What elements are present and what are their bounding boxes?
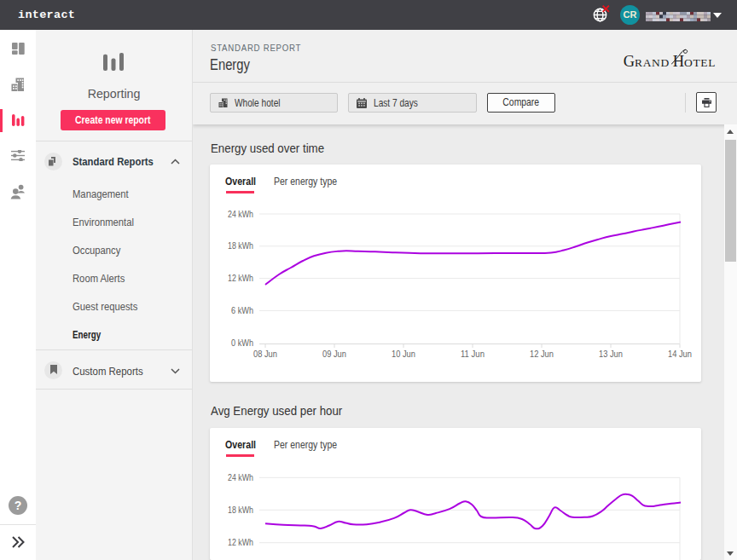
svg-text:08 Jun: 08 Jun <box>253 349 277 359</box>
svg-text:12 kWh: 12 kWh <box>228 273 253 283</box>
svg-text:09 Jun: 09 Jun <box>322 349 346 359</box>
svg-text:12 Jun: 12 Jun <box>530 349 554 359</box>
svg-text:13 Jun: 13 Jun <box>599 349 623 359</box>
svg-text:0 kWh: 0 kWh <box>231 338 253 348</box>
svg-text:10 Jun: 10 Jun <box>392 349 415 359</box>
svg-text:18 kWh: 18 kWh <box>228 505 253 515</box>
svg-text:14 Jun: 14 Jun <box>668 349 692 359</box>
svg-text:24 kWh: 24 kWh <box>228 472 253 482</box>
svg-text:12 kWh: 12 kWh <box>228 537 253 547</box>
svg-text:18 kWh: 18 kWh <box>228 240 253 251</box>
svg-text:11 Jun: 11 Jun <box>461 349 485 359</box>
svg-text:6 kWh: 6 kWh <box>231 305 253 315</box>
svg-text:24 kWh: 24 kWh <box>228 209 253 219</box>
